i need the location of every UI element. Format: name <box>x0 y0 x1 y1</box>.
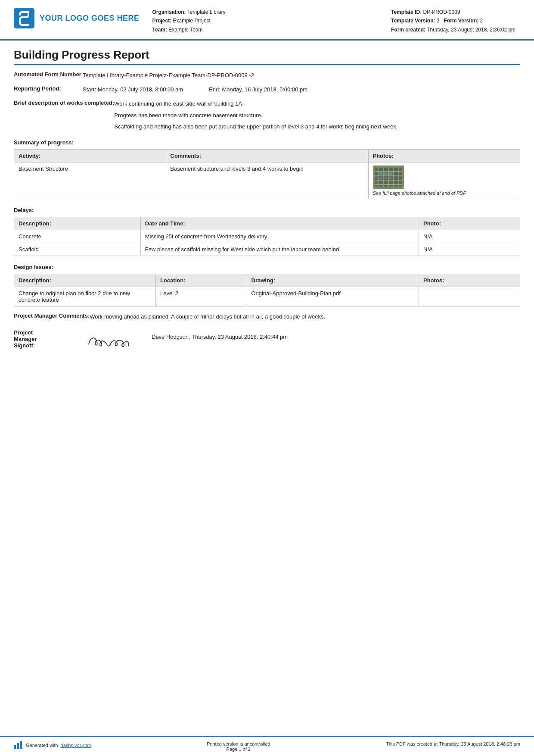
project-label: Project: <box>152 18 172 24</box>
report-title: Building Progress Report <box>14 48 520 65</box>
summary-header-row: Activity: Comments: Photos: <box>14 150 520 162</box>
header-meta: Organisation: Template Library Project: … <box>152 8 391 34</box>
svg-rect-20 <box>20 741 22 749</box>
template-version-value: 2 <box>437 18 440 24</box>
logo-area: YOUR LOGO GOES HERE <box>14 8 140 28</box>
header-right: Template ID: DP-PROD-0009 Template Versi… <box>391 8 520 34</box>
logo-icon <box>14 8 34 28</box>
delays-col-desc: Description: <box>14 217 141 230</box>
delays-photo-1: N/A <box>419 230 520 243</box>
form-created-label: Form created: <box>391 27 425 33</box>
delays-heading: Delays: <box>14 207 520 213</box>
svg-rect-13 <box>384 172 387 175</box>
delays-col-datetime: Date and Time: <box>140 217 419 230</box>
summary-activity-1: Basement Structure <box>14 162 166 199</box>
svg-rect-17 <box>389 177 392 179</box>
header: YOUR LOGO GOES HERE Organisation: Templa… <box>0 0 534 41</box>
template-id-row: Template ID: DP-PROD-0009 <box>391 8 520 16</box>
org-label: Organisation: <box>152 9 186 15</box>
automated-form-value: Template Library-Example Project-Example… <box>83 71 520 80</box>
footer-center: Printed version is uncontrolled Page 1 o… <box>207 741 270 752</box>
project-value: Example Project <box>173 18 211 24</box>
team-label: Team: <box>152 27 167 33</box>
building-thumbnail <box>373 166 404 189</box>
summary-col-photos: Photos: <box>368 150 520 162</box>
delays-datetime-1: Missing 25t of concrete from Wednesday d… <box>140 230 419 243</box>
brief-desc-line-3: Scaffolding and netting has also been pu… <box>114 122 520 131</box>
pm-signoff-row: ProjectManagerSignoff: Dave Hodgson, Thu… <box>14 329 520 353</box>
footer-page: Page 1 of 2 <box>207 747 270 752</box>
footer-right: This PDF was created at Thursday, 23 Aug… <box>386 741 520 747</box>
reporting-end: End: Monday, 16 July 2018, 5:00:00 pm <box>209 85 307 94</box>
summary-col-activity: Activity: <box>14 150 166 162</box>
footer: Generated with dashpivot.com Printed ver… <box>0 736 534 756</box>
delays-col-photo: Photo: <box>419 217 520 230</box>
brief-desc-value: Work continuing on the east side wall of… <box>114 100 520 131</box>
design-desc-1: Change to original plan on floor 2 due t… <box>14 287 156 306</box>
svg-rect-14 <box>389 172 392 175</box>
brief-desc-line-2: Progress has been made with concrete bas… <box>114 111 520 120</box>
design-col-desc: Description: <box>14 274 156 287</box>
svg-rect-16 <box>384 177 387 179</box>
svg-rect-18 <box>14 745 16 749</box>
design-photos-1 <box>419 287 520 306</box>
signature-image <box>83 329 134 353</box>
brief-desc-line-1: Work continuing on the east side wall of… <box>114 100 520 109</box>
signoff-content: Dave Hodgson, Thursday, 23 August 2018, … <box>83 329 520 353</box>
delays-desc-2: Scaffold <box>14 243 141 256</box>
template-version-label: Template Version: <box>391 18 435 24</box>
delays-header-row: Description: Date and Time: Photo: <box>14 217 520 230</box>
org-value: Template Library <box>187 9 226 15</box>
summary-row-1: Basement Structure Basement structure an… <box>14 162 520 199</box>
design-issues-heading: Design Issues: <box>14 264 520 270</box>
summary-photos-1: See full page photos attached at end of … <box>368 162 520 199</box>
org-row: Organisation: Template Library <box>152 8 391 16</box>
svg-rect-12 <box>379 172 382 175</box>
brief-desc-row: Brief description of works completed: Wo… <box>14 100 520 131</box>
design-row-1: Change to original plan on floor 2 due t… <box>14 287 520 306</box>
design-col-drawing: Drawing: <box>247 274 419 287</box>
main-content: Building Progress Report Automated Form … <box>0 41 534 393</box>
form-version-label: Form Version: <box>444 18 479 24</box>
footer-link[interactable]: dashpivot.com <box>61 743 91 748</box>
footer-created: This PDF was created at Thursday, 23 Aug… <box>386 741 520 747</box>
design-location-1: Level 2 <box>156 287 247 306</box>
reporting-period-label: Reporting Period: <box>14 85 83 92</box>
summary-table: Activity: Comments: Photos: Basement Str… <box>14 149 520 199</box>
project-row: Project: Example Project <box>152 16 391 25</box>
footer-generated-text: Generated with <box>26 743 58 748</box>
design-header-row: Description: Location: Drawing: Photos: <box>14 274 520 287</box>
automated-form-label: Automated Form Number <box>14 71 83 78</box>
summary-heading: Summary of progress: <box>14 139 520 146</box>
template-id-value: DP-PROD-0009 <box>423 9 460 15</box>
form-created-row: Form created: Thursday, 23 August 2018, … <box>391 25 520 34</box>
reporting-start: Start: Monday, 02 July 2018, 8:00:00 am <box>83 85 183 94</box>
design-col-photos: Photos: <box>419 274 520 287</box>
template-id-label: Template ID: <box>391 9 422 15</box>
team-row: Team: Example Team <box>152 25 391 34</box>
reporting-period-value: Start: Monday, 02 July 2018, 8:00:00 am … <box>83 85 520 94</box>
reporting-period-split: Start: Monday, 02 July 2018, 8:00:00 am … <box>83 85 520 94</box>
delays-table: Description: Date and Time: Photo: Concr… <box>14 217 520 256</box>
delays-desc-1: Concrete <box>14 230 141 243</box>
form-created-value: Thursday, 23 August 2018, 2:36:02 pm <box>427 27 515 33</box>
form-version-value: 2 <box>480 18 483 24</box>
team-value: Example Team <box>168 27 202 33</box>
pm-comments-label: Project Manager Comments: <box>14 312 90 319</box>
svg-rect-19 <box>17 743 19 749</box>
svg-rect-15 <box>379 177 382 179</box>
signature-svg <box>83 328 134 354</box>
logo-text: YOUR LOGO GOES HERE <box>40 14 140 23</box>
design-issues-table: Description: Location: Drawing: Photos: … <box>14 274 520 306</box>
footer-left: Generated with dashpivot.com <box>14 741 91 749</box>
reporting-period-row: Reporting Period: Start: Monday, 02 July… <box>14 85 520 94</box>
footer-uncontrolled: Printed version is uncontrolled <box>207 741 270 747</box>
design-col-location: Location: <box>156 274 247 287</box>
photo-cell: See full page photos attached at end of … <box>373 166 516 196</box>
delays-row-2: Scaffold Few pieces of scaffold missing … <box>14 243 520 256</box>
pm-signoff-label: ProjectManagerSignoff: <box>14 329 83 349</box>
signoff-details: Dave Hodgson, Thursday, 23 August 2018, … <box>152 329 288 340</box>
pm-comments-value: Work moving ahead as planned. A couple o… <box>90 312 520 322</box>
design-drawing-1: Original-Approved-Building-Plan.pdf <box>247 287 419 306</box>
version-row: Template Version: 2 Form Version: 2 <box>391 16 520 25</box>
